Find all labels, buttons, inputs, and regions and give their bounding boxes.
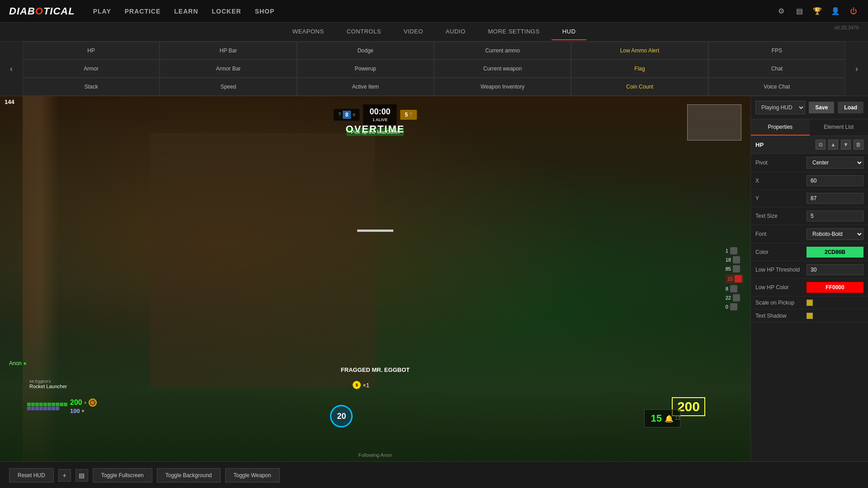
- hud-grid: HP HP Bar Dodge Current ammo Low Ammo Al…: [23, 42, 845, 96]
- preview-weapon-name: Mr.Eggbot's Rocket Launcher: [29, 379, 67, 389]
- hud-cell-coin-count[interactable]: Coin Count: [571, 78, 708, 96]
- tab-hud[interactable]: HUD: [552, 23, 587, 40]
- preview-fragged: FRAGGED MR. EGGBOT: [341, 366, 410, 373]
- hud-cell-stack[interactable]: Stack: [23, 78, 160, 96]
- hud-cell-dodge[interactable]: Dodge: [297, 42, 434, 60]
- font-select[interactable]: Roboto-BoldRobotoArial: [807, 228, 863, 240]
- prop-y-label: Y: [755, 195, 803, 202]
- preview-score-right: 5 ?: [401, 110, 417, 120]
- tab-element-list[interactable]: Element List: [810, 119, 868, 136]
- film-icon[interactable]: ▤: [794, 6, 805, 17]
- nav-shop[interactable]: SHOP: [255, 8, 275, 15]
- move-down-btn[interactable]: ▼: [841, 140, 851, 150]
- prop-scale-pickup-value[interactable]: [807, 300, 863, 306]
- scale-pickup-checkbox[interactable]: [807, 300, 813, 306]
- hud-cell-hp[interactable]: HP: [23, 42, 160, 60]
- copy-btn[interactable]: ⧉: [816, 140, 826, 150]
- hud-cell-armor-bar[interactable]: Armor Bar: [160, 60, 297, 78]
- game-preview[interactable]: 144 ? 8 0 00:00 1 ALIVE 5 ?: [0, 96, 750, 461]
- prop-low-hp-value[interactable]: [807, 264, 863, 275]
- tab-video[interactable]: VIDEO: [393, 23, 434, 40]
- hud-cell-chat[interactable]: Chat: [708, 60, 845, 78]
- prop-x-value[interactable]: [807, 175, 863, 186]
- prop-pivot-value[interactable]: CenterLeftRightTopBottom: [807, 157, 863, 169]
- hud-cell-speed[interactable]: Speed: [160, 78, 297, 96]
- y-input[interactable]: [807, 193, 863, 204]
- preview-player-name: Anon ●: [9, 360, 27, 366]
- hud-cell-hp-bar[interactable]: HP Bar: [160, 42, 297, 60]
- low-hp-threshold-input[interactable]: [807, 264, 863, 275]
- prop-x-label: X: [755, 178, 803, 184]
- hud-cell-voice-chat[interactable]: Voice Chat: [708, 78, 845, 96]
- prop-color-label: Color: [755, 249, 803, 255]
- toggle-background-button[interactable]: Toggle Background: [157, 468, 221, 483]
- prop-font: Font Roboto-BoldRobotoArial: [751, 225, 868, 244]
- add-element-button[interactable]: +: [58, 469, 71, 482]
- text-size-input[interactable]: [807, 211, 863, 221]
- logo: DIABOTICAL: [9, 5, 75, 17]
- power-icon[interactable]: ⏻: [848, 6, 859, 17]
- text-shadow-checkbox[interactable]: [807, 313, 813, 319]
- nav-learn[interactable]: LEARN: [174, 8, 198, 15]
- low-hp-color-button[interactable]: FF0000: [807, 282, 863, 293]
- settings-icon[interactable]: ⚙: [776, 6, 787, 17]
- hud-cell-powerup[interactable]: Powerup: [297, 60, 434, 78]
- nav-locker[interactable]: LOCKER: [212, 8, 241, 15]
- settings-tabs: WEAPONS CONTROLS VIDEO AUDIO MORE SETTIN…: [0, 23, 868, 42]
- hud-cell-weapon-inventory[interactable]: Weapon Inventory: [434, 78, 571, 96]
- hud-cell-active-item[interactable]: Active Item: [297, 78, 434, 96]
- save-button[interactable]: Save: [809, 102, 834, 113]
- hud-cell-armor[interactable]: Armor: [23, 60, 160, 78]
- right-panel: Playing HUD Save Load Properties Element…: [750, 96, 868, 461]
- tab-properties[interactable]: Properties: [751, 119, 810, 136]
- nav-play[interactable]: PLAY: [93, 8, 111, 15]
- element-list-button[interactable]: ▤: [75, 469, 88, 482]
- prop-text-shadow: Text Shadow: [751, 310, 868, 323]
- delete-btn[interactable]: 🗑: [854, 140, 863, 150]
- hud-next-btn[interactable]: ›: [845, 42, 868, 96]
- toggle-weapon-button[interactable]: Toggle Weapon: [225, 468, 280, 483]
- preview-minimap: [687, 104, 741, 141]
- prop-font-label: Font: [755, 231, 803, 237]
- hud-cell-current-ammo[interactable]: Current ammo: [434, 42, 571, 60]
- prop-text-shadow-value[interactable]: [807, 313, 863, 319]
- tab-audio[interactable]: AUDIO: [435, 23, 476, 40]
- hud-grid-header: ‹ HP HP Bar Dodge Current ammo Low Ammo …: [0, 42, 868, 96]
- prop-low-hp-label: Low HP Threshold: [755, 267, 803, 273]
- nav-practice[interactable]: PRACTICE: [125, 8, 161, 15]
- prop-color-value[interactable]: 2CD86B: [807, 247, 863, 258]
- prop-low-hp-color-label: Low HP Color: [755, 284, 803, 291]
- hud-cell-flag[interactable]: Flag: [571, 60, 708, 78]
- nav-links: PLAY PRACTICE LEARN LOCKER SHOP: [93, 8, 776, 15]
- hud-cell-current-weapon[interactable]: Current weapon: [434, 60, 571, 78]
- hud-prev-btn[interactable]: ‹: [0, 42, 23, 96]
- x-input[interactable]: [807, 175, 863, 186]
- preview-frame-num: 144: [5, 99, 14, 105]
- prop-text-size: Text Size: [751, 207, 868, 225]
- reset-hud-button[interactable]: Reset HUD: [9, 468, 54, 483]
- pivot-select[interactable]: CenterLeftRightTopBottom: [807, 157, 863, 169]
- color-button[interactable]: 2CD86B: [807, 247, 863, 258]
- prop-text-size-value[interactable]: [807, 211, 863, 221]
- trophy-icon[interactable]: 🏆: [812, 6, 823, 17]
- prop-header: HP ⧉ ▲ ▼ 🗑: [751, 136, 868, 154]
- preview-stats-area: 200 + ⚙ 100 ♥: [27, 399, 97, 416]
- move-up-btn[interactable]: ▲: [828, 140, 838, 150]
- prop-low-hp-color-value[interactable]: FF0000: [807, 282, 863, 293]
- prop-y-value[interactable]: [807, 193, 863, 204]
- profile-icon[interactable]: 👤: [830, 6, 841, 17]
- prop-font-value[interactable]: Roboto-BoldRobotoArial: [807, 228, 863, 240]
- prop-y: Y: [751, 190, 868, 207]
- prop-x: X: [751, 172, 868, 190]
- tab-weapons[interactable]: WEAPONS: [282, 23, 335, 40]
- hud-cell-fps[interactable]: FPS: [708, 42, 845, 60]
- preview-timer-bar: ? 8 0 00:00 1 ALIVE 5 ?: [334, 104, 417, 125]
- load-button[interactable]: Load: [838, 102, 863, 113]
- hud-cell-low-ammo-alert[interactable]: Low Ammo Alert: [571, 42, 708, 60]
- prop-pivot-label: Pivot: [755, 160, 803, 166]
- hud-profile-select[interactable]: Playing HUD: [755, 101, 805, 114]
- toggle-fullscreen-button[interactable]: Toggle Fullscreen: [93, 468, 152, 483]
- prop-pivot: Pivot CenterLeftRightTopBottom: [751, 154, 868, 172]
- tab-more-settings[interactable]: MORE SETTINGS: [477, 23, 551, 40]
- tab-controls[interactable]: CONTROLS: [336, 23, 392, 40]
